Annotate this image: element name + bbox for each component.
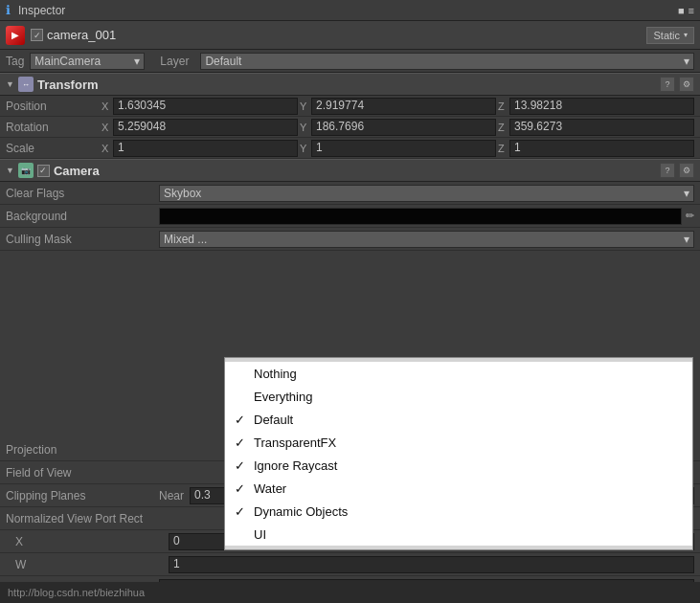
unity-logo: ▶ — [6, 26, 25, 45]
dropdown-item-water[interactable]: ✓ Water — [225, 477, 692, 500]
normalized-rect-label: Normalized View Port Rect — [6, 512, 159, 525]
item-nothing-label: Nothing — [254, 367, 297, 381]
camera-component-header: ▼ 📷 ✓ Camera ? ⚙ — [0, 159, 700, 182]
tag-layer-row: Tag MainCamera ▾ Layer Default ▾ — [0, 50, 700, 73]
clear-flags-label: Clear Flags — [6, 187, 159, 200]
rect-x-label: X — [15, 535, 169, 548]
camera-component-icons: ? ⚙ — [660, 163, 694, 178]
check-nothing — [235, 367, 250, 381]
dropdown-item-everything[interactable]: Everything — [225, 385, 692, 408]
culling-arrow: ▾ — [684, 233, 689, 246]
culling-mask-dropdown[interactable]: Mixed ... ▾ — [159, 231, 694, 248]
item-everything-label: Everything — [254, 390, 312, 404]
clear-flags-dropdown[interactable]: Skybox ▾ — [159, 185, 694, 202]
dropdown-item-dynamic-objects[interactable]: ✓ Dynamic Objects — [225, 500, 692, 523]
static-dropdown-arrow: ▾ — [684, 31, 688, 39]
tag-value: MainCamera — [34, 55, 101, 68]
active-checkbox[interactable]: ✓ — [31, 29, 43, 41]
rotation-x-input[interactable]: 5.259048 — [113, 119, 298, 136]
clear-flags-row: Clear Flags Skybox ▾ — [0, 182, 700, 205]
pencil-icon[interactable]: ✏ — [686, 210, 694, 222]
background-label: Background — [6, 210, 159, 223]
dropdown-item-default[interactable]: ✓ Default — [225, 408, 692, 431]
object-name: camera_001 — [47, 28, 646, 42]
background-row: Background ✏ — [0, 205, 700, 228]
rotation-row: Rotation X 5.259048 Y 186.7696 Z 359.627… — [0, 117, 700, 138]
rotation-y-input[interactable]: 186.7696 — [311, 119, 496, 136]
rotation-z-input[interactable]: 359.6273 — [509, 119, 694, 136]
scale-y-input[interactable]: 1 — [311, 140, 496, 157]
rot-y-label: Y — [300, 122, 309, 133]
camera-help-icon[interactable]: ? — [660, 163, 675, 178]
position-x-field: X 1.630345 — [102, 98, 298, 115]
item-water-label: Water — [254, 481, 286, 496]
layer-arrow: ▾ — [684, 55, 689, 68]
culling-mask-row: Culling Mask Mixed ... ▾ — [0, 228, 700, 251]
scale-z-label: Z — [498, 143, 508, 154]
transform-help-icon[interactable]: ? — [660, 77, 675, 92]
object-row: ▶ ✓ camera_001 Static ▾ — [0, 21, 700, 50]
check-default: ✓ — [235, 413, 250, 427]
projection-label: Projection — [6, 443, 159, 457]
clipping-planes-label: Clipping Planes — [6, 489, 159, 502]
camera-settings-icon[interactable]: ⚙ — [679, 163, 694, 178]
culling-mask-popup: Nothing Everything ✓ Default ✓ Transpare… — [224, 357, 693, 550]
static-button[interactable]: Static ▾ — [646, 27, 694, 44]
culling-mask-label: Culling Mask — [6, 233, 159, 246]
scale-z-field: Z 1 — [498, 140, 694, 157]
position-label: Position — [6, 100, 102, 113]
layer-dropdown[interactable]: Default ▾ — [200, 53, 694, 70]
transform-title: Transform — [37, 78, 99, 92]
dropdown-item-transparentfx[interactable]: ✓ TransparentFX — [225, 431, 692, 454]
inspector-title: Inspector — [18, 4, 65, 17]
check-water: ✓ — [235, 481, 250, 496]
info-icon: ℹ — [6, 3, 11, 17]
dropdown-item-nothing[interactable]: Nothing — [225, 362, 692, 385]
near-label: Near — [159, 489, 184, 502]
pos-y-label: Y — [300, 100, 309, 112]
scale-row: Scale X 1 Y 1 Z 1 — [0, 138, 700, 159]
position-row: Position X 1.630345 Y 2.919774 Z 13.9821… — [0, 96, 700, 117]
tag-dropdown[interactable]: MainCamera ▾ — [30, 53, 145, 70]
camera-toggle[interactable]: ▼ — [6, 166, 14, 175]
dropdown-item-ignore-raycast[interactable]: ✓ Ignore Raycast — [225, 454, 692, 477]
camera-active-checkbox[interactable]: ✓ — [37, 165, 50, 177]
scale-y-field: Y 1 — [300, 140, 496, 157]
item-default-label: Default — [254, 413, 293, 427]
transform-component-icons: ? ⚙ — [660, 77, 694, 92]
inspector-header-icons: ■ ≡ — [678, 5, 694, 16]
dropdown-item-ui[interactable]: UI — [225, 523, 692, 546]
check-ignore-raycast: ✓ — [235, 458, 250, 473]
background-color-field[interactable] — [159, 208, 682, 225]
menu-icon[interactable]: ≡ — [689, 5, 694, 16]
tag-label: Tag — [6, 55, 24, 68]
camera-icon: 📷 — [18, 163, 34, 178]
static-label: Static — [653, 30, 680, 41]
pos-z-label: Z — [498, 100, 508, 112]
scale-y-label: Y — [300, 143, 309, 154]
transform-settings-icon[interactable]: ⚙ — [679, 77, 694, 92]
rect-w-row: W 1 — [0, 553, 700, 576]
position-y-field: Y 2.919774 — [300, 98, 496, 115]
position-y-input[interactable]: 2.919774 — [311, 98, 496, 115]
pos-x-label: X — [102, 100, 111, 112]
position-fields: X 1.630345 Y 2.919774 Z 13.98218 — [102, 98, 694, 115]
scale-x-input[interactable]: 1 — [113, 140, 298, 157]
rect-w-input[interactable]: 1 — [169, 556, 694, 573]
rotation-z-field: Z 359.6273 — [498, 119, 694, 136]
scale-z-input[interactable]: 1 — [509, 140, 694, 157]
inspector-header: ℹ Inspector ■ ≡ — [0, 0, 700, 21]
info-bar: http://blog.csdn.net/biezhihua — [0, 582, 700, 603]
position-z-input[interactable]: 13.98218 — [509, 98, 694, 115]
rotation-y-field: Y 186.7696 — [300, 119, 496, 136]
lock-icon[interactable]: ■ — [678, 5, 685, 16]
fov-label: Field of View — [6, 466, 159, 480]
position-x-input[interactable]: 1.630345 — [113, 98, 298, 115]
check-dynamic-objects: ✓ — [235, 504, 250, 519]
transform-toggle[interactable]: ▼ — [6, 79, 14, 89]
tag-arrow: ▾ — [134, 55, 140, 68]
clear-flags-arrow: ▾ — [684, 187, 689, 200]
item-ui-label: UI — [254, 527, 266, 542]
item-ignore-raycast-label: Ignore Raycast — [254, 458, 337, 473]
transform-icon: ↔ — [18, 77, 34, 92]
